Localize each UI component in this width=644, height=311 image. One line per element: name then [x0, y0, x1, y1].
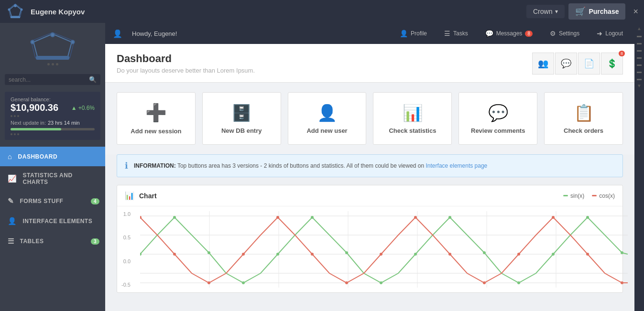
sidebar-item-label: TABLES	[20, 238, 44, 245]
app-logo	[6, 2, 25, 21]
settings-action[interactable]: ⚙ Settings	[546, 30, 583, 37]
stats-icon: 📊	[403, 103, 423, 122]
svg-point-32	[448, 216, 451, 219]
inbox-action-btn[interactable]: 📄	[578, 53, 600, 75]
username-label: Eugene Kopyov	[31, 8, 526, 16]
main-layout: 🔍 General balance: $10,900.36 ▲ +0.6% Ne…	[0, 23, 644, 311]
sidebar-item-label: FORMS STUFF	[20, 198, 64, 204]
svg-point-46	[414, 216, 417, 219]
forms-badge: 4	[91, 198, 99, 204]
sidebar-navigation: ⌂ DASHBOARD 📈 STATISTICS AND CHARTS ✎ FO…	[0, 147, 105, 251]
balance-change: ▲ +0.6%	[71, 105, 95, 111]
profile-action[interactable]: 👤 Profile	[396, 30, 431, 37]
svg-point-42	[276, 216, 279, 219]
svg-marker-6	[33, 34, 72, 56]
balance-dots2	[11, 133, 95, 135]
greeting-text: Howdy, Eugene!	[132, 30, 386, 37]
sidebar-item-forms[interactable]: ✎ FORMS STUFF 4	[0, 191, 105, 211]
orders-label: Check orders	[564, 127, 603, 134]
sidebar-item-statistics[interactable]: 📈 STATISTICS AND CHARTS	[0, 166, 105, 191]
logout-action[interactable]: ➜ Logout	[593, 30, 627, 37]
quick-btn-orders[interactable]: 📋 Check orders	[544, 92, 623, 145]
svg-point-29	[345, 251, 348, 254]
cart-icon: 🛒	[575, 6, 586, 17]
svg-point-47	[448, 253, 451, 256]
add-session-icon: ➕	[145, 103, 167, 123]
info-text: INFORMATION: Top buttons area has 3 vers…	[134, 162, 487, 169]
info-link[interactable]: Interface elements page	[426, 162, 488, 169]
add-user-icon: 👤	[317, 103, 337, 122]
purchase-label: Purchase	[589, 8, 619, 15]
tasks-label: Tasks	[453, 30, 468, 37]
users-action-btn[interactable]: 👥	[532, 53, 554, 75]
search-icon[interactable]: 🔍	[89, 76, 97, 83]
quick-buttons-section: ➕ Add new session 🗄️ New DB entry 👤 Add …	[105, 83, 634, 154]
scroll-down-icon[interactable]: ▼	[637, 83, 642, 88]
balance-dots	[11, 115, 95, 117]
inbox-icon: 📄	[584, 58, 594, 69]
right-scrollbar[interactable]: ▲ ▬ ▬ ▬ ▬ ▬ ▬ ▬ ▼	[634, 23, 644, 311]
profile-label: Profile	[411, 30, 427, 37]
tables-badge: 3	[91, 238, 99, 245]
logout-icon: ➜	[597, 30, 602, 37]
quick-btn-stats[interactable]: 📊 Check statistics	[373, 92, 452, 145]
svg-point-51	[586, 253, 589, 256]
users-icon: 👥	[538, 58, 548, 69]
svg-point-52	[621, 281, 623, 284]
svg-point-49	[517, 253, 520, 256]
svg-point-28	[311, 216, 314, 219]
svg-point-2	[14, 4, 17, 7]
home-icon: ⌂	[8, 152, 12, 161]
comments-label: Review comments	[471, 127, 525, 134]
progress-bar	[11, 128, 95, 130]
cos-legend-label: cos(x)	[599, 193, 615, 199]
balance-label: General balance:	[11, 97, 95, 102]
sidebar-item-tables[interactable]: ☰ TABLES 3	[0, 231, 105, 251]
svg-point-26	[242, 281, 245, 284]
search-box[interactable]: 🔍	[5, 74, 100, 85]
chart-area: 📊 Chart sin(x) cos(x) 1.0 0.5	[117, 185, 623, 293]
quick-btn-db[interactable]: 🗄️ New DB entry	[202, 92, 281, 145]
quick-btn-session[interactable]: ➕ Add new session	[117, 92, 196, 145]
cos-line	[140, 217, 628, 283]
add-session-label: Add new session	[131, 128, 181, 135]
y-label-3: 0.0	[117, 258, 131, 264]
person-icon: 👤	[8, 217, 17, 225]
y-label-4: -0.5	[117, 282, 131, 288]
search-input[interactable]	[9, 76, 89, 83]
info-box: ℹ INFORMATION: Top buttons area has 3 ve…	[117, 154, 623, 177]
balance-widget: General balance: $10,900.36 ▲ +0.6% Next…	[5, 92, 100, 140]
db-label: New DB entry	[221, 127, 262, 134]
svg-point-30	[380, 281, 382, 284]
svg-rect-5	[11, 16, 20, 18]
crown-selector[interactable]: Crown ▾	[526, 5, 565, 18]
sidebar-item-dashboard[interactable]: ⌂ DASHBOARD	[0, 147, 105, 166]
settings-label: Settings	[559, 30, 579, 37]
svg-point-43	[311, 253, 314, 256]
sidebar-item-interface[interactable]: 👤 Interface Elements	[0, 211, 105, 231]
svg-point-9	[31, 41, 34, 44]
svg-point-45	[380, 253, 382, 256]
scroll-item-6: ▬	[637, 69, 642, 74]
svg-point-4	[21, 9, 23, 11]
finance-action-btn[interactable]: 💲 8	[601, 53, 623, 75]
svg-point-41	[242, 253, 245, 256]
y-label-2: 0.5	[117, 235, 131, 240]
chart-svg	[140, 211, 628, 288]
sidebar-item-label: Interface Elements	[23, 218, 93, 225]
quick-btn-user[interactable]: 👤 Add new user	[288, 92, 367, 145]
messages-action[interactable]: 💬 Messages 8	[481, 30, 536, 37]
quick-btn-comments[interactable]: 💬 Review comments	[458, 92, 537, 145]
messages-badge: 8	[525, 31, 533, 37]
close-icon[interactable]: ×	[633, 7, 638, 17]
sin-legend-dot	[563, 195, 568, 196]
tasks-action[interactable]: ☰ Tasks	[440, 30, 472, 37]
scroll-item-5: ▬	[637, 62, 642, 67]
legend-sin: sin(x)	[563, 193, 584, 199]
comments-action-btn[interactable]: 💬	[555, 53, 577, 75]
svg-point-48	[483, 281, 486, 284]
scroll-up-icon[interactable]: ▲	[637, 26, 642, 31]
progress-fill	[11, 128, 61, 130]
profile-icon: 👤	[400, 30, 408, 37]
purchase-button[interactable]: 🛒 Purchase	[568, 3, 625, 20]
